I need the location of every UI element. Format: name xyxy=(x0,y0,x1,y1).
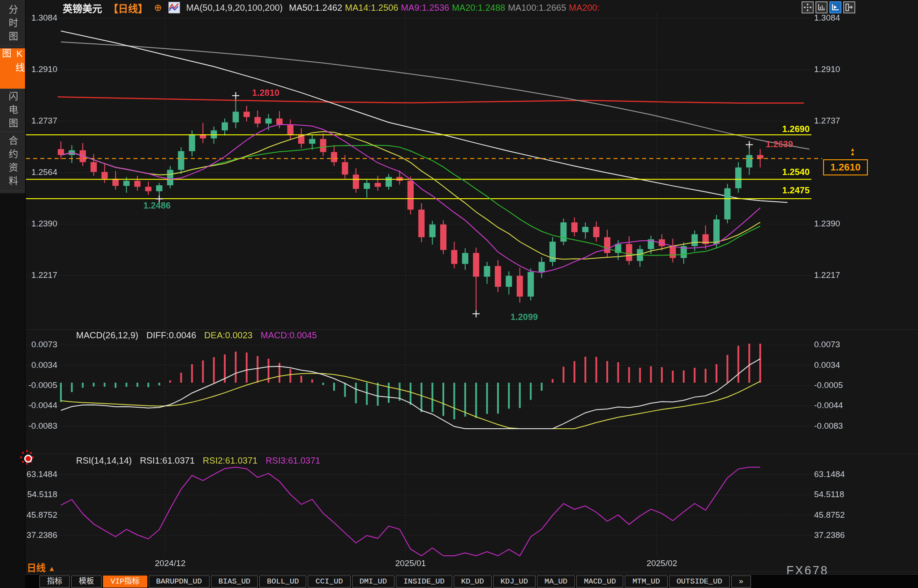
record-dot-icon[interactable] xyxy=(21,450,35,466)
macd-dea-value: DEA:0.0023 xyxy=(204,330,253,341)
record-core xyxy=(24,455,32,463)
tab-boll_ud[interactable]: BOLL_UD xyxy=(259,575,306,588)
macd-axis-left-label: 0.0034 xyxy=(23,360,57,370)
tab-mtm_ud[interactable]: MTM_UD xyxy=(625,575,667,588)
sidebar-item-2[interactable]: K线图 xyxy=(0,48,25,89)
macd-axis-right-label: -0.0044 xyxy=(814,401,848,410)
macd-axis-right-label: -0.0083 xyxy=(814,421,848,431)
price-axis-left-label: 1.2390 xyxy=(23,219,57,229)
grid-crosshair-icon[interactable] xyxy=(802,1,814,13)
axis-chart-icon[interactable] xyxy=(815,1,828,13)
ma-value-3: MA9:1.2536 xyxy=(401,3,449,13)
x-axis-month-label: 2025/02 xyxy=(647,558,678,568)
rsi-axis-right-label: 54.5118 xyxy=(814,490,848,499)
price-axis-left-label: 1.3084 xyxy=(23,13,57,23)
macd-axis-left-label: -0.0083 xyxy=(23,421,57,431)
ma-value-5: MA100:1.2665 xyxy=(508,3,566,13)
period-tag: 【日线】 xyxy=(108,0,148,15)
macd-axis-left-label: -0.0005 xyxy=(23,380,57,390)
macd-axis-right-label: 0.0073 xyxy=(814,340,848,349)
rsi-axis-right-label: 37.2386 xyxy=(814,530,848,540)
tab-[interactable]: 模板 xyxy=(71,575,102,588)
tab-[interactable]: 指标 xyxy=(39,575,70,588)
period-selector[interactable]: 日线 ▲ xyxy=(27,560,56,574)
macd-title: MACD(26,12,9) xyxy=(76,330,138,341)
price-axis-left-label: 1.2737 xyxy=(23,116,57,126)
macd-diff-value: DIFF:0.0046 xyxy=(146,330,196,341)
price-annotation-12690: 1.2690 xyxy=(769,124,810,134)
period-selector-label: 日线 xyxy=(27,562,46,573)
chart-header: 英镑美元 【日线】 ⊕ MA(50,14,9,20,100,200) MA50:… xyxy=(63,1,602,14)
axis-chart-blue-icon[interactable] xyxy=(829,1,841,13)
ma-value-4: MA20:1.2488 xyxy=(452,3,505,13)
ma-value-6: MA200: xyxy=(569,3,600,13)
symbol-name: 英镑美元 xyxy=(63,0,102,15)
left-sidebar: 分时图K线图闪电图合约资料 xyxy=(0,0,26,588)
rsi-legend: RSI(14,14,14) RSI1:61.0371 RSI2:61.0371 … xyxy=(76,456,321,466)
price-annotation-12540: 1.2540 xyxy=(769,167,810,177)
pane-divider xyxy=(25,454,918,454)
mini-chart-icon[interactable] xyxy=(168,2,180,13)
pane-divider xyxy=(25,571,918,572)
price-annotation-12639: 1.2639 xyxy=(766,139,793,149)
price-annotation-12486: 1.2486 xyxy=(143,200,171,211)
price-annotation-12475: 1.2475 xyxy=(769,185,810,196)
tab-macd_ud[interactable]: MACD_UD xyxy=(576,575,623,588)
macd-legend: MACD(26,12,9) DIFF:0.0046 DEA:0.0023 MAC… xyxy=(76,330,317,341)
tab-kdj_ud[interactable]: KDJ_UD xyxy=(493,575,536,588)
rsi-axis-right-label: 45.8752 xyxy=(814,510,848,520)
current-price-box: 1.2610 xyxy=(823,159,868,175)
rsi2-value: RSI2:61.0371 xyxy=(203,456,257,466)
ma-values: MA50:1.2462MA14:1.2506MA9:1.2536MA20:1.2… xyxy=(289,3,602,13)
ma-value-2: MA14:1.2506 xyxy=(345,3,398,13)
tab-vip[interactable]: VIP指标 xyxy=(103,575,147,588)
ma-value-1: MA50:1.2462 xyxy=(289,3,342,13)
tab-inside_ud[interactable]: INSIDE_UD xyxy=(396,575,452,588)
tab-ma_ud[interactable]: MA_UD xyxy=(537,575,575,588)
tab-cci_ud[interactable]: CCI_UD xyxy=(308,575,350,588)
price-axis-left-label: 1.2217 xyxy=(23,270,57,280)
price-axis-right-label: 1.2390 xyxy=(814,219,848,229)
sidebar-item-1[interactable]: 分时图 xyxy=(0,4,25,46)
sidebar-chart-modes: 分时图K线图闪电图合约资料 xyxy=(0,0,25,193)
macd-axis-right-label: -0.0005 xyxy=(814,380,848,390)
price-axis-right-label: 1.2217 xyxy=(814,270,848,280)
price-annotation-12810: 1.2810 xyxy=(252,88,279,98)
price-axis-right-label: 1.2910 xyxy=(814,64,848,74)
sidebar-item-4[interactable]: 合约资料 xyxy=(0,134,25,191)
macd-axis-left-label: -0.0044 xyxy=(23,401,57,410)
rsi-axis-left-label: 45.8752 xyxy=(23,510,57,520)
add-circle-icon[interactable]: ⊕ xyxy=(154,2,162,13)
period-up-arrow-icon: ▲ xyxy=(48,565,56,572)
sidebar-item-3[interactable]: 闪电图 xyxy=(0,91,25,132)
rs i-title: RSI(14,14,14) xyxy=(76,456,132,466)
price-chart-canvas[interactable] xyxy=(0,0,918,588)
tab-»[interactable]: » xyxy=(731,575,751,588)
rsi-axis-left-label: 37.2386 xyxy=(23,530,57,540)
price-axis-left-label: 1.2910 xyxy=(23,64,57,74)
x-axis-month-label: 2024/12 xyxy=(155,558,186,568)
tab-kd_ud[interactable]: KD_UD xyxy=(454,575,492,588)
rsi-axis-left-label: 54.5118 xyxy=(23,490,57,499)
ma-params-label: MA(50,14,9,20,100,200) xyxy=(186,3,283,13)
tab-dmi_ud[interactable]: DMI_UD xyxy=(352,575,395,588)
indicator-tab-bar: 指标模板VIP指标BARUPDN_UDBIAS_UDBOLL_UDCCI_UDD… xyxy=(25,574,918,588)
expand-panel-icon[interactable] xyxy=(843,1,855,13)
price-axis-right-label: 1.2737 xyxy=(814,116,848,126)
chart-toolbar xyxy=(802,1,855,13)
x-axis-month-label: 2025/01 xyxy=(395,558,426,568)
pane-divider xyxy=(25,329,918,330)
tab-bias_ud[interactable]: BIAS_UD xyxy=(211,575,258,588)
price-up-caret-icon: ▲▲ xyxy=(850,148,855,156)
rsi1-value: RSI1:61.0371 xyxy=(140,456,195,466)
macd-macd-value: MACD:0.0045 xyxy=(261,330,317,341)
tab-outside_ud[interactable]: OUTSIDE_UD xyxy=(669,575,730,588)
tab-barupdn_ud[interactable]: BARUPDN_UD xyxy=(149,575,210,588)
price-axis-right-label: 1.3084 xyxy=(814,13,848,23)
price-axis-left-label: 1.2564 xyxy=(23,167,57,177)
macd-axis-left-label: 0.0073 xyxy=(23,340,57,349)
rsi-axis-left-label: 63.1484 xyxy=(23,469,57,479)
price-annotation-12099: 1.2099 xyxy=(510,312,538,322)
rsi3-value: RSI3:61.0371 xyxy=(266,456,320,466)
rsi-axis-right-label: 63.1484 xyxy=(814,469,848,479)
